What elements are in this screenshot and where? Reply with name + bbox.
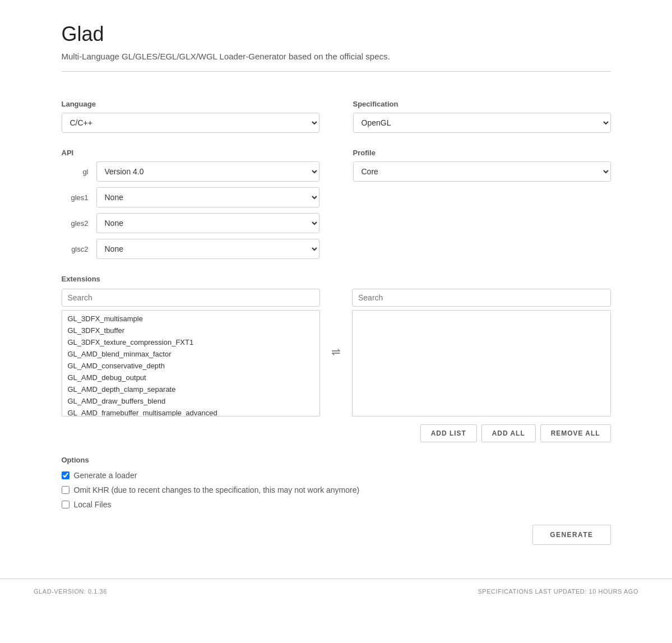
api-row-gles1-name: gles1 — [62, 193, 89, 202]
option-omit-khr: Omit KHR (due to recent changes to the s… — [62, 485, 611, 494]
footer-specs-updated: SPECIFICATIONS LAST UPDATED: 10 HOURS AG… — [478, 588, 638, 595]
api-row-gl: gl None Version 1.0 Version 1.1 Version … — [62, 161, 319, 182]
extensions-search-right[interactable] — [352, 289, 611, 307]
transfer-arrows[interactable]: ⇌ — [331, 289, 341, 358]
api-glsc2-select[interactable]: None Version 2.0 — [96, 239, 319, 259]
options-label: Options — [62, 456, 611, 464]
list-item[interactable]: GL_3DFX_texture_compression_FXT1 — [62, 336, 320, 348]
footer: GLAD-VERSION: 0.1.36 SPECIFICATIONS LAST… — [0, 579, 672, 604]
language-label: Language — [62, 100, 319, 108]
option-local-files: Local Files — [62, 500, 611, 509]
api-row-gles1: gles1 None Version 1.0 — [62, 187, 319, 207]
extensions-list-right[interactable] — [352, 310, 611, 417]
list-item[interactable]: GL_AMD_conservative_depth — [62, 360, 320, 372]
footer-version: GLAD-VERSION: 0.1.36 — [34, 588, 107, 595]
extensions-search-left[interactable] — [62, 289, 321, 307]
list-item[interactable]: GL_AMD_framebuffer_multisample_advanced — [62, 407, 320, 417]
omit-khr-checkbox[interactable] — [62, 486, 69, 494]
generate-loader-label[interactable]: Generate a loader — [74, 471, 137, 480]
option-generate-loader: Generate a loader — [62, 471, 611, 480]
api-gles1-select[interactable]: None Version 1.0 — [96, 187, 319, 207]
api-row-gles2: gles2 None Version 2.0 Version 3.0 Versi… — [62, 213, 319, 233]
specification-label: Specification — [353, 100, 611, 108]
language-select[interactable]: C/C++ C D Ada Pascal Volt Nim Crystal Zi… — [62, 113, 319, 133]
api-row-gles2-name: gles2 — [62, 219, 89, 228]
api-label: API — [62, 149, 319, 157]
page-subtitle: Multi-Language GL/GLES/EGL/GLX/WGL Loade… — [62, 52, 611, 72]
specification-select[interactable]: OpenGL OpenGL ES EGL GLX WGL — [353, 113, 611, 133]
api-gles2-select[interactable]: None Version 2.0 Version 3.0 Version 3.2 — [96, 213, 319, 233]
list-item[interactable]: GL_3DFX_tbuffer — [62, 325, 320, 336]
profile-select[interactable]: Core Compatibility — [353, 161, 611, 182]
api-row-glsc2-name: glsc2 — [62, 245, 89, 253]
list-item[interactable]: GL_AMD_blend_minmax_factor — [62, 348, 320, 360]
list-item[interactable]: GL_AMD_debug_output — [62, 372, 320, 383]
list-item[interactable]: GL_AMD_depth_clamp_separate — [62, 383, 320, 395]
profile-label: Profile — [353, 149, 611, 157]
local-files-checkbox[interactable] — [62, 501, 69, 508]
list-item[interactable]: GL_AMD_draw_buffers_blend — [62, 395, 320, 407]
remove-all-button[interactable]: REMOVE ALL — [540, 424, 611, 442]
transfer-icon: ⇌ — [331, 345, 341, 358]
generate-loader-checkbox[interactable] — [62, 471, 69, 479]
add-list-button[interactable]: ADD LIST — [420, 424, 477, 442]
api-row-gl-name: gl — [62, 168, 89, 176]
page-title: Glad — [62, 22, 611, 46]
omit-khr-label[interactable]: Omit KHR (due to recent changes to the s… — [74, 485, 360, 494]
add-all-button[interactable]: ADD ALL — [481, 424, 536, 442]
api-row-glsc2: glsc2 None Version 2.0 — [62, 239, 319, 259]
local-files-label[interactable]: Local Files — [74, 500, 112, 509]
generate-button[interactable]: GENERATE — [532, 525, 610, 545]
extensions-label: Extensions — [62, 275, 611, 283]
list-item[interactable]: GL_3DFX_multisample — [62, 313, 320, 325]
extensions-list-left[interactable]: GL_3DFX_multisample GL_3DFX_tbuffer GL_3… — [62, 310, 321, 417]
api-gl-select[interactable]: None Version 1.0 Version 1.1 Version 2.0… — [96, 161, 319, 182]
